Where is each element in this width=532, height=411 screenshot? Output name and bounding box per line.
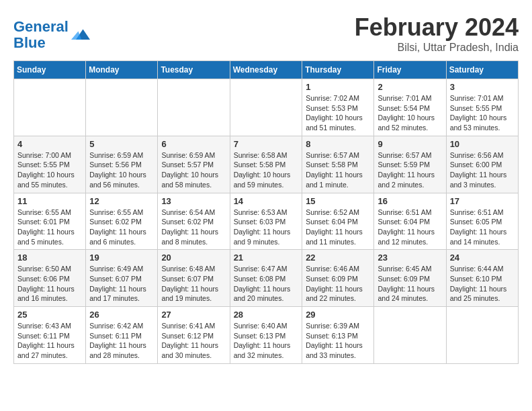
day-number: 18 [17, 253, 82, 263]
day-info: Sunrise: 6:59 AMSunset: 5:57 PMDaylight:… [161, 150, 226, 190]
day-number: 10 [450, 139, 515, 149]
calendar-cell: 27Sunrise: 6:41 AMSunset: 6:12 PMDayligh… [158, 307, 230, 364]
calendar-cell [446, 307, 518, 364]
calendar-cell: 3Sunrise: 7:01 AMSunset: 5:55 PMDaylight… [446, 79, 518, 136]
day-info: Sunrise: 6:57 AMSunset: 5:59 PMDaylight:… [378, 150, 442, 190]
day-number: 14 [234, 196, 299, 206]
day-number: 26 [89, 310, 154, 320]
day-number: 11 [17, 196, 82, 206]
weekday-header-saturday: Saturday [446, 61, 518, 79]
weekday-header-tuesday: Tuesday [158, 61, 230, 79]
calendar-cell: 19Sunrise: 6:49 AMSunset: 6:07 PMDayligh… [86, 250, 158, 307]
calendar-cell: 16Sunrise: 6:51 AMSunset: 6:04 PMDayligh… [374, 193, 446, 250]
day-info: Sunrise: 6:58 AMSunset: 5:58 PMDaylight:… [234, 150, 299, 190]
logo-icon [71, 26, 90, 44]
day-number: 13 [161, 196, 226, 206]
title-block: February 2024 Bilsi, Uttar Pradesh, Indi… [355, 13, 519, 54]
calendar-cell: 4Sunrise: 7:00 AMSunset: 5:55 PMDaylight… [14, 136, 86, 193]
day-number: 25 [17, 310, 82, 320]
calendar-cell: 15Sunrise: 6:52 AMSunset: 6:04 PMDayligh… [302, 193, 374, 250]
calendar-cell: 2Sunrise: 7:01 AMSunset: 5:54 PMDaylight… [374, 79, 446, 136]
day-number: 27 [161, 310, 226, 320]
calendar-cell: 20Sunrise: 6:48 AMSunset: 6:07 PMDayligh… [158, 250, 230, 307]
weekday-header-sunday: Sunday [14, 61, 86, 79]
calendar-cell: 24Sunrise: 6:44 AMSunset: 6:10 PMDayligh… [446, 250, 518, 307]
day-info: Sunrise: 6:42 AMSunset: 6:11 PMDaylight:… [89, 321, 154, 361]
logo: General Blue [13, 19, 90, 51]
day-number: 23 [378, 253, 442, 263]
calendar-cell: 7Sunrise: 6:58 AMSunset: 5:58 PMDaylight… [230, 136, 302, 193]
day-info: Sunrise: 6:44 AMSunset: 6:10 PMDaylight:… [450, 264, 515, 304]
calendar-table: SundayMondayTuesdayWednesdayThursdayFrid… [13, 60, 519, 364]
logo-text: General Blue [13, 19, 69, 51]
day-number: 15 [306, 196, 370, 206]
calendar-cell: 26Sunrise: 6:42 AMSunset: 6:11 PMDayligh… [86, 307, 158, 364]
calendar-cell: 23Sunrise: 6:45 AMSunset: 6:09 PMDayligh… [374, 250, 446, 307]
day-info: Sunrise: 7:01 AMSunset: 5:54 PMDaylight:… [378, 93, 442, 133]
day-info: Sunrise: 6:39 AMSunset: 6:13 PMDaylight:… [306, 321, 370, 361]
month-title: February 2024 [355, 13, 519, 42]
calendar-cell [230, 79, 302, 136]
day-info: Sunrise: 6:41 AMSunset: 6:12 PMDaylight:… [161, 321, 226, 361]
calendar-cell [374, 307, 446, 364]
day-number: 5 [89, 139, 154, 149]
day-number: 22 [306, 253, 370, 263]
day-info: Sunrise: 6:40 AMSunset: 6:13 PMDaylight:… [234, 321, 299, 361]
calendar-cell: 21Sunrise: 6:47 AMSunset: 6:08 PMDayligh… [230, 250, 302, 307]
day-number: 2 [378, 82, 442, 92]
day-number: 9 [378, 139, 442, 149]
day-number: 20 [161, 253, 226, 263]
day-info: Sunrise: 6:55 AMSunset: 6:02 PMDaylight:… [89, 208, 154, 247]
calendar-cell: 14Sunrise: 6:53 AMSunset: 6:03 PMDayligh… [230, 193, 302, 250]
calendar-cell [14, 79, 86, 136]
day-info: Sunrise: 6:57 AMSunset: 5:58 PMDaylight:… [306, 150, 370, 190]
calendar-cell: 29Sunrise: 6:39 AMSunset: 6:13 PMDayligh… [302, 307, 374, 364]
day-info: Sunrise: 6:55 AMSunset: 6:01 PMDaylight:… [17, 208, 82, 247]
day-info: Sunrise: 7:01 AMSunset: 5:55 PMDaylight:… [450, 93, 515, 133]
day-number: 19 [89, 253, 154, 263]
day-info: Sunrise: 6:51 AMSunset: 6:04 PMDaylight:… [378, 208, 442, 247]
day-info: Sunrise: 6:53 AMSunset: 6:03 PMDaylight:… [234, 208, 299, 247]
calendar-cell: 9Sunrise: 6:57 AMSunset: 5:59 PMDaylight… [374, 136, 446, 193]
calendar-cell: 22Sunrise: 6:46 AMSunset: 6:09 PMDayligh… [302, 250, 374, 307]
calendar-cell: 1Sunrise: 7:02 AMSunset: 5:53 PMDaylight… [302, 79, 374, 136]
calendar-cell [86, 79, 158, 136]
day-info: Sunrise: 6:47 AMSunset: 6:08 PMDaylight:… [234, 264, 299, 304]
day-number: 17 [450, 196, 515, 206]
day-info: Sunrise: 6:56 AMSunset: 6:00 PMDaylight:… [450, 150, 515, 190]
day-number: 28 [234, 310, 299, 320]
calendar-cell: 8Sunrise: 6:57 AMSunset: 5:58 PMDaylight… [302, 136, 374, 193]
day-info: Sunrise: 6:59 AMSunset: 5:56 PMDaylight:… [89, 150, 154, 190]
day-number: 16 [378, 196, 442, 206]
day-info: Sunrise: 7:02 AMSunset: 5:53 PMDaylight:… [306, 93, 370, 133]
day-number: 21 [234, 253, 299, 263]
calendar-cell: 6Sunrise: 6:59 AMSunset: 5:57 PMDaylight… [158, 136, 230, 193]
day-info: Sunrise: 6:43 AMSunset: 6:11 PMDaylight:… [17, 321, 82, 361]
day-number: 3 [450, 82, 515, 92]
day-info: Sunrise: 6:46 AMSunset: 6:09 PMDaylight:… [306, 264, 370, 304]
day-info: Sunrise: 6:49 AMSunset: 6:07 PMDaylight:… [89, 264, 154, 304]
day-number: 24 [450, 253, 515, 263]
day-info: Sunrise: 6:54 AMSunset: 6:02 PMDaylight:… [161, 208, 226, 247]
calendar-cell: 28Sunrise: 6:40 AMSunset: 6:13 PMDayligh… [230, 307, 302, 364]
weekday-header-friday: Friday [374, 61, 446, 79]
day-number: 12 [89, 196, 154, 206]
day-number: 29 [306, 310, 370, 320]
day-info: Sunrise: 7:00 AMSunset: 5:55 PMDaylight:… [17, 150, 82, 190]
calendar-cell: 17Sunrise: 6:51 AMSunset: 6:05 PMDayligh… [446, 193, 518, 250]
calendar-cell: 11Sunrise: 6:55 AMSunset: 6:01 PMDayligh… [14, 193, 86, 250]
calendar-cell: 18Sunrise: 6:50 AMSunset: 6:06 PMDayligh… [14, 250, 86, 307]
calendar-cell: 10Sunrise: 6:56 AMSunset: 6:00 PMDayligh… [446, 136, 518, 193]
day-info: Sunrise: 6:52 AMSunset: 6:04 PMDaylight:… [306, 208, 370, 247]
day-info: Sunrise: 6:51 AMSunset: 6:05 PMDaylight:… [450, 208, 515, 247]
day-number: 4 [17, 139, 82, 149]
day-number: 1 [306, 82, 370, 92]
day-number: 6 [161, 139, 226, 149]
day-number: 8 [306, 139, 370, 149]
weekday-header-thursday: Thursday [302, 61, 374, 79]
weekday-header-wednesday: Wednesday [230, 61, 302, 79]
day-info: Sunrise: 6:48 AMSunset: 6:07 PMDaylight:… [161, 264, 226, 304]
day-info: Sunrise: 6:50 AMSunset: 6:06 PMDaylight:… [17, 264, 82, 304]
header: General Blue February 2024 Bilsi, Uttar … [13, 13, 519, 54]
weekday-header-monday: Monday [86, 61, 158, 79]
